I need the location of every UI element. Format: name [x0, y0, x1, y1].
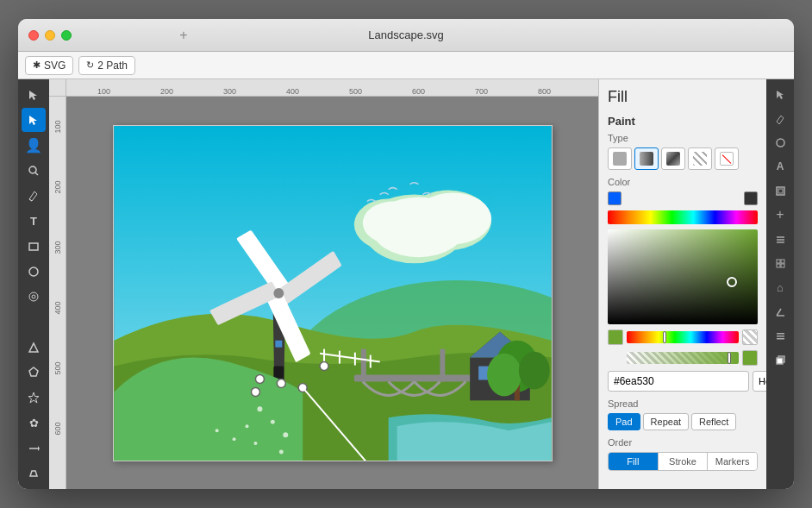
- window-title: Landscape.svg: [368, 28, 443, 41]
- panel-title: Fill: [608, 88, 758, 106]
- fr-fullscreen[interactable]: [769, 179, 791, 202]
- fr-pointer[interactable]: [769, 83, 791, 105]
- order-markers[interactable]: Markers: [707, 453, 757, 470]
- svg-rect-81: [777, 333, 784, 335]
- canvas-area[interactable]: .rt { position:absolute; bottom:0; font-…: [49, 79, 598, 489]
- pentagon-tool[interactable]: [22, 361, 46, 384]
- svg-tab[interactable]: ✱ SVG: [25, 56, 73, 75]
- hue-slider-row: [608, 329, 758, 345]
- node-tool[interactable]: [22, 108, 46, 131]
- zoom-tool[interactable]: [22, 159, 46, 182]
- minimize-button[interactable]: [45, 30, 55, 41]
- svg-point-66: [518, 351, 549, 389]
- type-label: Type: [608, 133, 758, 143]
- svg-rect-83: [777, 338, 784, 340]
- path-icon: ↻: [86, 60, 94, 71]
- toolbar: ✱ SVG ↻ 2 Path: [18, 52, 794, 79]
- svg-point-6: [29, 267, 38, 276]
- svg-point-52: [215, 429, 218, 432]
- svg-point-58: [320, 361, 328, 370]
- fr-copy[interactable]: [769, 348, 791, 371]
- fr-bars[interactable]: [769, 324, 791, 347]
- close-button[interactable]: [28, 30, 39, 41]
- fr-pencil[interactable]: [769, 107, 791, 129]
- rect-tool[interactable]: [22, 235, 46, 258]
- opacity-slider[interactable]: [627, 352, 739, 364]
- pencil-tool[interactable]: [22, 184, 46, 207]
- fr-text[interactable]: A: [769, 155, 791, 178]
- svg-point-48: [245, 424, 248, 428]
- paint-type-flat[interactable]: [608, 147, 632, 170]
- svg-rect-5: [29, 243, 38, 250]
- hex-input[interactable]: [608, 371, 749, 392]
- maximize-button[interactable]: [61, 30, 72, 41]
- spread-pad[interactable]: Pad: [608, 413, 640, 430]
- svg-point-65: [487, 353, 522, 396]
- hex-format-select[interactable]: Hex RGB HSL: [753, 371, 766, 392]
- color-picker-cursor: [727, 277, 737, 287]
- text-tool[interactable]: T: [22, 210, 46, 233]
- order-stroke[interactable]: Stroke: [658, 453, 708, 470]
- svg-rect-76: [781, 260, 784, 263]
- paint-type-radial[interactable]: [661, 147, 685, 170]
- svg-rect-77: [777, 264, 780, 267]
- svg-line-80: [777, 309, 781, 316]
- spectrum-bar: [608, 210, 758, 224]
- arrow-tool[interactable]: [22, 436, 46, 460]
- svg-point-47: [257, 406, 262, 411]
- color-stop-blue[interactable]: [608, 191, 621, 205]
- new-tab-button[interactable]: +: [175, 27, 192, 44]
- order-fill[interactable]: Fill: [609, 453, 658, 470]
- far-right-toolbar: A + ⌂: [766, 79, 794, 489]
- circle-tool[interactable]: [22, 260, 46, 283]
- fr-grid[interactable]: [769, 252, 791, 274]
- svg-point-55: [255, 374, 264, 383]
- triangle-tool[interactable]: [22, 336, 46, 359]
- svg-point-7: [29, 292, 38, 301]
- svg-marker-11: [28, 392, 39, 403]
- svg-icon: ✱: [33, 60, 41, 71]
- star-tool[interactable]: [22, 386, 46, 410]
- svg-marker-10: [29, 367, 38, 376]
- order-tabs: Fill Stroke Markers: [608, 452, 758, 471]
- spread-reflect[interactable]: Reflect: [691, 413, 736, 430]
- spread-repeat[interactable]: Repeat: [643, 413, 689, 430]
- paint-type-linear[interactable]: [634, 147, 659, 170]
- trapezoid-tool[interactable]: [22, 462, 46, 486]
- color-label: Color: [608, 177, 758, 187]
- paint-type-pattern[interactable]: [688, 147, 712, 170]
- svg-rect-78: [781, 264, 784, 267]
- path-tab-label: 2 Path: [97, 60, 128, 72]
- traffic-lights: [28, 30, 72, 41]
- svg-line-3: [35, 172, 38, 175]
- color-stop-dark[interactable]: [744, 191, 758, 205]
- path-tab[interactable]: ↻ 2 Path: [78, 56, 135, 75]
- spread-label: Spread: [608, 398, 758, 409]
- fr-circle[interactable]: [769, 131, 791, 154]
- svg-rect-70: [777, 187, 784, 195]
- canvas-inner[interactable]: [66, 97, 598, 489]
- ruler-top: .rt { position:absolute; bottom:0; font-…: [66, 79, 598, 97]
- svg-canvas[interactable]: [113, 125, 553, 461]
- gear-tool[interactable]: ✿: [22, 411, 46, 435]
- paint-section-title: Paint: [608, 115, 758, 128]
- target-tool[interactable]: [22, 285, 46, 309]
- svg-rect-75: [777, 260, 780, 263]
- select-tool[interactable]: [22, 83, 46, 106]
- svg-point-8: [32, 295, 35, 298]
- color-picker[interactable]: [608, 229, 758, 324]
- fr-angle[interactable]: [769, 300, 791, 323]
- svg-rect-25: [360, 348, 365, 381]
- ruler-corner: [49, 79, 66, 97]
- svg-point-22: [414, 192, 491, 244]
- crescent-tool[interactable]: [22, 310, 46, 334]
- svg-marker-9: [29, 343, 38, 352]
- fr-layers[interactable]: [769, 228, 791, 250]
- svg-marker-1: [29, 116, 37, 125]
- fr-plus[interactable]: +: [769, 204, 791, 226]
- spectrum-bar-container[interactable]: [608, 210, 758, 224]
- fr-building[interactable]: ⌂: [769, 276, 791, 298]
- hue-slider[interactable]: [627, 331, 739, 343]
- person-tool[interactable]: 👤: [22, 134, 46, 157]
- paint-type-none[interactable]: [715, 147, 739, 170]
